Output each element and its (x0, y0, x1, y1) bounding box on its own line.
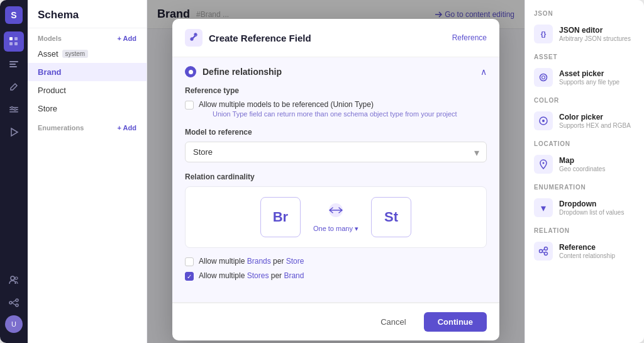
union-type-checkbox[interactable] (185, 101, 194, 110)
app-logo[interactable]: S (5, 6, 23, 24)
svg-point-18 (195, 34, 197, 36)
stores-link: Stores (247, 271, 269, 280)
cardinality-arrows-icon (325, 201, 347, 222)
union-type-hint: Union Type field can return more than on… (213, 110, 457, 118)
reference-type-label: Reference type (185, 86, 487, 95)
right-panel-item-dropdown[interactable]: ▾ Dropdown Dropdown list of values (525, 193, 644, 222)
asset-picker-icon (534, 68, 553, 87)
right-panel-location-label: LOCATION (525, 135, 644, 150)
modal-section-body: Reference type Allow multiple models to … (172, 86, 499, 302)
sidebar-icon-play[interactable] (4, 122, 24, 142)
icon-sidebar: S (0, 0, 28, 343)
dropdown-icon: ▾ (534, 198, 553, 217)
cardinality-node-left: Br (260, 197, 301, 237)
modal-header-icon (185, 29, 203, 47)
svg-point-22 (542, 76, 545, 79)
sidebar-item-product-label: Product (38, 86, 66, 95)
svg-rect-4 (9, 61, 18, 62)
reference-desc: Content relationship (559, 252, 615, 259)
sidebar-item-brand[interactable]: Brand (28, 63, 147, 81)
cardinality-label: Relation cardinality (185, 172, 487, 181)
user-avatar[interactable]: U (5, 315, 23, 333)
modal-section-relationship: Define relationship ∧ Reference type All… (172, 57, 499, 303)
right-panel-section-color: COLOR Color picker Supports HEX and RGBA (525, 92, 644, 135)
cardinality-node-right: St (371, 197, 411, 237)
asset-picker-title: Asset picker (559, 69, 619, 78)
svg-point-13 (11, 276, 14, 280)
svg-point-15 (9, 301, 12, 304)
cardinality-diagram: Br One to many ▾ (185, 186, 487, 248)
right-panel-item-reference[interactable]: Reference Content relationship (525, 237, 644, 266)
sidebar-item-product[interactable]: Product (28, 81, 147, 99)
right-panel-asset-label: ASSET (525, 48, 644, 63)
svg-rect-6 (9, 66, 17, 67)
modal-header: Create Reference Field Reference (172, 19, 499, 57)
dropdown-desc: Dropdown list of values (559, 209, 624, 216)
model-to-reference-label: Model to reference (185, 128, 487, 137)
svg-rect-9 (9, 111, 18, 113)
svg-rect-2 (14, 37, 18, 40)
cardinality-options: Allow multiple Brands per Store Allow mu… (185, 257, 487, 281)
schema-sidebar: Schema Models + Add Asset system Brand P… (28, 0, 147, 343)
sidebar-icon-members[interactable] (4, 270, 24, 290)
sidebar-item-store[interactable]: Store (28, 99, 147, 118)
svg-point-21 (540, 74, 547, 81)
sidebar-item-asset-label: Asset (38, 49, 58, 59)
schema-sidebar-title: Schema (28, 0, 147, 28)
modal-badge: Reference (452, 33, 487, 42)
sidebar-icon-schema[interactable] (4, 31, 24, 52)
model-to-reference-group: Model to reference Store Asset Brand Pro… (185, 128, 487, 162)
modal-section-header[interactable]: Define relationship ∧ (172, 57, 499, 86)
cardinality-center: One to many ▾ (301, 201, 371, 233)
json-editor-title: JSON editor (559, 26, 631, 35)
union-type-checkbox-row: Allow multiple models to be referenced (… (185, 100, 487, 118)
reference-type-group: Reference type Allow multiple models to … (185, 86, 487, 118)
stores-per-brand-label: Allow multiple Stores per Brand (199, 271, 304, 280)
stores-per-brand-row: Allow multiple Stores per Brand (185, 271, 487, 281)
right-panel-relation-label: RELATION (525, 222, 644, 237)
sidebar-icon-edit[interactable] (4, 77, 24, 97)
brands-per-store-row: Allow multiple Brands per Store (185, 257, 487, 266)
sidebar-icon-settings[interactable] (4, 99, 24, 120)
sidebar-icon-content[interactable] (4, 54, 24, 74)
modal-title: Create Reference Field (209, 33, 311, 43)
right-panel-enum-label: ENUMERATION (525, 179, 644, 193)
svg-point-11 (14, 109, 16, 111)
modal-dialog: Create Reference Field Reference Define … (172, 19, 499, 340)
continue-button[interactable]: Continue (424, 312, 487, 332)
right-panel: JSON {} JSON editor Arbitrary JSON struc… (525, 0, 644, 343)
cancel-button[interactable]: Cancel (369, 312, 417, 332)
cardinality-group: Relation cardinality Br (185, 172, 487, 281)
add-enum-button[interactable]: + Add (118, 124, 136, 132)
right-panel-section-relation: RELATION Reference Content relationship (525, 222, 644, 266)
right-panel-item-asset-picker[interactable]: Asset picker Supports any file type (525, 63, 644, 92)
color-picker-title: Color picker (559, 113, 631, 121)
color-picker-icon (534, 111, 553, 130)
models-section-label: Models + Add (28, 28, 147, 45)
brand-link: Brand (284, 271, 304, 280)
brands-per-store-checkbox[interactable] (185, 257, 194, 266)
asset-picker-desc: Supports any file type (559, 79, 619, 86)
cardinality-type-label[interactable]: One to many ▾ (313, 225, 358, 233)
svg-rect-3 (14, 42, 18, 45)
sidebar-item-asset[interactable]: Asset system (28, 45, 147, 63)
brands-per-store-label: Allow multiple Brands per Store (199, 257, 304, 266)
svg-marker-12 (11, 128, 18, 136)
svg-point-16 (16, 299, 18, 301)
json-editor-desc: Arbitrary JSON structures (559, 35, 631, 42)
right-panel-section-enum: ENUMERATION ▾ Dropdown Dropdown list of … (525, 179, 644, 222)
sidebar-item-brand-label: Brand (38, 67, 62, 77)
modal-section-title: Define relationship (203, 67, 282, 77)
add-model-button[interactable]: + Add (118, 35, 136, 42)
svg-point-25 (543, 162, 545, 164)
right-panel-section-json: JSON {} JSON editor Arbitrary JSON struc… (525, 5, 644, 48)
sidebar-icon-webhooks[interactable] (4, 293, 24, 313)
right-panel-item-map[interactable]: Map Geo coordinates (525, 150, 644, 179)
right-panel-item-color-picker[interactable]: Color picker Supports HEX and RGBA (525, 106, 644, 135)
model-select[interactable]: Store Asset Brand Product (185, 142, 487, 162)
right-panel-json-label: JSON (525, 5, 644, 20)
reference-icon (534, 242, 553, 261)
stores-per-brand-checkbox[interactable] (185, 272, 194, 281)
right-panel-item-json-editor[interactable]: {} JSON editor Arbitrary JSON structures (525, 20, 644, 48)
modal-overlay: Create Reference Field Reference Define … (147, 0, 525, 343)
